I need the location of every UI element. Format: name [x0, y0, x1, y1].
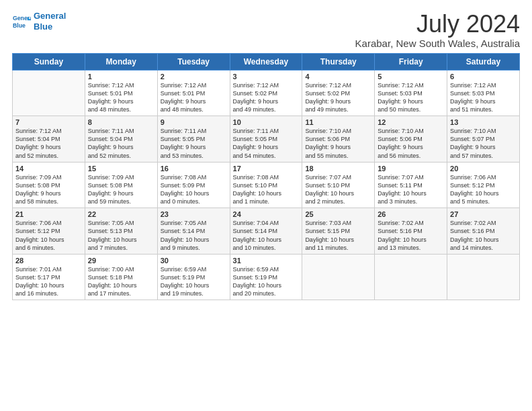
- day-number: 30: [161, 257, 227, 265]
- day-number: 22: [88, 210, 154, 218]
- calendar-cell: 1Sunrise: 7:12 AMSunset: 5:01 PMDaylight…: [85, 70, 157, 116]
- calendar-cell: 11Sunrise: 7:10 AMSunset: 5:06 PMDayligh…: [302, 116, 375, 163]
- day-info: Sunrise: 7:09 AMSunset: 5:08 PMDaylight:…: [15, 173, 82, 206]
- calendar-cell: 25Sunrise: 7:03 AMSunset: 5:15 PMDayligh…: [302, 208, 375, 255]
- day-number: 7: [15, 118, 82, 126]
- day-number: 25: [305, 210, 371, 218]
- calendar-week-row: 21Sunrise: 7:06 AMSunset: 5:12 PMDayligh…: [13, 208, 520, 255]
- calendar-cell: 30Sunrise: 6:59 AMSunset: 5:19 PMDayligh…: [157, 254, 230, 300]
- calendar-day-header: Friday: [375, 53, 447, 70]
- logo: General Blue General Blue: [12, 11, 66, 32]
- calendar-cell: 27Sunrise: 7:02 AMSunset: 5:16 PMDayligh…: [447, 208, 520, 255]
- day-number: 16: [161, 165, 227, 173]
- day-info: Sunrise: 7:12 AMSunset: 5:02 PMDaylight:…: [233, 81, 300, 114]
- day-number: 4: [305, 73, 371, 81]
- calendar-cell: 18Sunrise: 7:07 AMSunset: 5:10 PMDayligh…: [302, 162, 375, 208]
- day-info: Sunrise: 7:11 AMSunset: 5:05 PMDaylight:…: [233, 127, 300, 160]
- calendar-cell: 19Sunrise: 7:07 AMSunset: 5:11 PMDayligh…: [375, 162, 447, 208]
- day-info: Sunrise: 7:05 AMSunset: 5:14 PMDaylight:…: [161, 219, 227, 252]
- day-info: Sunrise: 7:03 AMSunset: 5:15 PMDaylight:…: [305, 219, 371, 252]
- day-info: Sunrise: 7:04 AMSunset: 5:14 PMDaylight:…: [233, 219, 300, 252]
- logo-text: General: [34, 11, 66, 21]
- day-number: 14: [15, 165, 82, 173]
- day-number: 2: [161, 73, 227, 81]
- day-info: Sunrise: 7:12 AMSunset: 5:01 PMDaylight:…: [88, 81, 154, 114]
- calendar-cell: 4Sunrise: 7:12 AMSunset: 5:02 PMDaylight…: [302, 70, 375, 116]
- day-info: Sunrise: 7:12 AMSunset: 5:04 PMDaylight:…: [15, 127, 82, 160]
- calendar-cell: 6Sunrise: 7:12 AMSunset: 5:03 PMDaylight…: [447, 70, 520, 116]
- calendar-cell: 29Sunrise: 7:00 AMSunset: 5:18 PMDayligh…: [85, 254, 157, 300]
- calendar-cell: 26Sunrise: 7:02 AMSunset: 5:16 PMDayligh…: [375, 208, 447, 255]
- header: General Blue General Blue July 2024 Kara…: [12, 11, 520, 49]
- day-info: Sunrise: 7:06 AMSunset: 5:12 PMDaylight:…: [15, 219, 82, 252]
- calendar-day-header: Tuesday: [157, 53, 230, 70]
- calendar-cell: 9Sunrise: 7:11 AMSunset: 5:05 PMDaylight…: [157, 116, 230, 163]
- calendar-cell: 20Sunrise: 7:06 AMSunset: 5:12 PMDayligh…: [447, 162, 520, 208]
- day-number: 21: [15, 210, 82, 218]
- calendar-week-row: 28Sunrise: 7:01 AMSunset: 5:17 PMDayligh…: [13, 254, 520, 300]
- calendar-week-row: 14Sunrise: 7:09 AMSunset: 5:08 PMDayligh…: [13, 162, 520, 208]
- day-info: Sunrise: 6:59 AMSunset: 5:19 PMDaylight:…: [233, 265, 300, 298]
- day-info: Sunrise: 7:09 AMSunset: 5:08 PMDaylight:…: [88, 173, 154, 206]
- calendar-cell: 3Sunrise: 7:12 AMSunset: 5:02 PMDaylight…: [230, 70, 302, 116]
- day-number: 31: [233, 257, 300, 265]
- day-info: Sunrise: 7:12 AMSunset: 5:02 PMDaylight:…: [305, 81, 371, 114]
- calendar-cell: 14Sunrise: 7:09 AMSunset: 5:08 PMDayligh…: [13, 162, 85, 208]
- day-number: 15: [88, 165, 154, 173]
- day-number: 19: [378, 165, 444, 173]
- calendar-cell: 22Sunrise: 7:05 AMSunset: 5:13 PMDayligh…: [85, 208, 157, 255]
- day-number: 3: [233, 73, 300, 81]
- day-number: 28: [15, 257, 82, 265]
- day-number: 5: [378, 73, 444, 81]
- day-number: 27: [450, 210, 517, 218]
- calendar-cell: 17Sunrise: 7:08 AMSunset: 5:10 PMDayligh…: [230, 162, 302, 208]
- calendar-cell: 10Sunrise: 7:11 AMSunset: 5:05 PMDayligh…: [230, 116, 302, 163]
- day-info: Sunrise: 7:10 AMSunset: 5:07 PMDaylight:…: [450, 127, 517, 160]
- calendar-day-header: Wednesday: [230, 53, 302, 70]
- calendar-cell: [447, 254, 520, 300]
- day-number: 10: [233, 118, 300, 126]
- day-info: Sunrise: 7:07 AMSunset: 5:10 PMDaylight:…: [305, 173, 371, 206]
- calendar: SundayMondayTuesdayWednesdayThursdayFrid…: [12, 53, 520, 301]
- calendar-cell: 16Sunrise: 7:08 AMSunset: 5:09 PMDayligh…: [157, 162, 230, 208]
- calendar-cell: 8Sunrise: 7:11 AMSunset: 5:04 PMDaylight…: [85, 116, 157, 163]
- day-info: Sunrise: 7:02 AMSunset: 5:16 PMDaylight:…: [450, 219, 517, 252]
- calendar-day-header: Thursday: [302, 53, 375, 70]
- calendar-cell: [13, 70, 85, 116]
- calendar-cell: 5Sunrise: 7:12 AMSunset: 5:03 PMDaylight…: [375, 70, 447, 116]
- day-number: 11: [305, 118, 371, 126]
- day-number: 13: [450, 118, 517, 126]
- day-info: Sunrise: 7:08 AMSunset: 5:10 PMDaylight:…: [233, 173, 300, 206]
- logo-icon: General Blue: [12, 12, 31, 31]
- calendar-header-row: SundayMondayTuesdayWednesdayThursdayFrid…: [13, 53, 520, 70]
- day-number: 23: [161, 210, 227, 218]
- calendar-day-header: Monday: [85, 53, 157, 70]
- day-info: Sunrise: 7:08 AMSunset: 5:09 PMDaylight:…: [161, 173, 227, 206]
- calendar-cell: 13Sunrise: 7:10 AMSunset: 5:07 PMDayligh…: [447, 116, 520, 163]
- day-info: Sunrise: 6:59 AMSunset: 5:19 PMDaylight:…: [161, 265, 227, 298]
- calendar-cell: 21Sunrise: 7:06 AMSunset: 5:12 PMDayligh…: [13, 208, 85, 255]
- day-number: 24: [233, 210, 300, 218]
- page: General Blue General Blue July 2024 Kara…: [0, 0, 532, 411]
- main-title: July 2024: [355, 11, 520, 38]
- day-number: 18: [305, 165, 371, 173]
- title-block: July 2024 Karabar, New South Wales, Aust…: [355, 11, 520, 49]
- day-number: 1: [88, 73, 154, 81]
- calendar-cell: 7Sunrise: 7:12 AMSunset: 5:04 PMDaylight…: [13, 116, 85, 163]
- calendar-cell: [375, 254, 447, 300]
- day-info: Sunrise: 7:06 AMSunset: 5:12 PMDaylight:…: [450, 173, 517, 206]
- logo-text2: Blue: [34, 21, 66, 32]
- day-info: Sunrise: 7:01 AMSunset: 5:17 PMDaylight:…: [15, 265, 82, 298]
- day-number: 17: [233, 165, 300, 173]
- calendar-cell: 28Sunrise: 7:01 AMSunset: 5:17 PMDayligh…: [13, 254, 85, 300]
- calendar-cell: 2Sunrise: 7:12 AMSunset: 5:01 PMDaylight…: [157, 70, 230, 116]
- day-number: 8: [88, 118, 154, 126]
- calendar-week-row: 7Sunrise: 7:12 AMSunset: 5:04 PMDaylight…: [13, 116, 520, 163]
- calendar-cell: [302, 254, 375, 300]
- day-info: Sunrise: 7:00 AMSunset: 5:18 PMDaylight:…: [88, 265, 154, 298]
- day-info: Sunrise: 7:05 AMSunset: 5:13 PMDaylight:…: [88, 219, 154, 252]
- day-number: 26: [378, 210, 444, 218]
- day-info: Sunrise: 7:11 AMSunset: 5:04 PMDaylight:…: [88, 127, 154, 160]
- day-number: 29: [88, 257, 154, 265]
- calendar-cell: 24Sunrise: 7:04 AMSunset: 5:14 PMDayligh…: [230, 208, 302, 255]
